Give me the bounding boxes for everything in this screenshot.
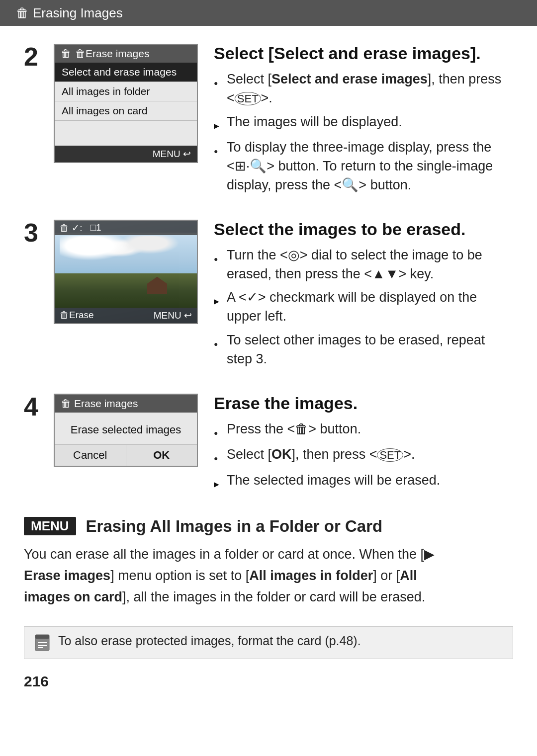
bullet-3-1: Turn the <◎> dial to select the image to… [214,246,513,284]
bullet-2-3: To display the three-image display, pres… [214,138,513,194]
bullet-3-2: A <✓> checkmark will be displayed on the… [214,288,513,326]
menu-item-select-erase[interactable]: Select and erase images [55,63,197,82]
menu-section: MENU Erasing All Images in a Folder or C… [24,517,513,608]
note-box: To also erase protected images, format t… [24,626,513,659]
bullet-4-3: The selected images will be erased. [214,471,513,492]
trash-icon: 🗑 [61,398,71,410]
menu-section-body: You can erase all the images in a folder… [24,544,513,608]
step-4-erase-box: 🗑 Erase images Erase selected images Can… [54,394,198,467]
step-2: 2 🗑 🗑Erase images Select and erase image… [24,44,513,200]
erase-box-buttons: Cancel OK [55,444,197,466]
bullet-icon [214,248,223,267]
step-3-bullets: Turn the <◎> dial to select the image to… [214,246,513,369]
cancel-button[interactable]: Cancel [55,445,126,466]
step-4-content: Erase the images. Press the <🗑> button. … [214,394,513,497]
menu-box-header: 🗑 🗑Erase images [55,45,197,63]
menu-badge: MENU [24,517,76,535]
erase-box-body: Erase selected images [55,413,197,444]
step-2-title: Select [Select and erase images]. [214,44,513,63]
photo-footer-right: MENU ↩ [154,310,192,321]
step-4-number: 4 [24,394,45,420]
photo-footer: 🗑Erase MENU ↩ [55,308,197,323]
bullet-2-2: The images will be displayed. [214,113,513,134]
step-4: 4 🗑 Erase images Erase selected images C… [24,394,513,497]
bullet-icon [214,422,223,441]
step-2-menu: 🗑 🗑Erase images Select and erase images … [54,44,198,163]
step-3-number: 3 [24,220,45,246]
photo-box: 🗑 ✓: □1 🗑Erase MENU ↩ [54,220,198,324]
step-2-number: 2 [24,44,45,70]
bullet-tri-icon [214,290,223,309]
photo-footer-left: 🗑Erase [60,310,94,321]
header-title: Erasing Images [33,5,123,21]
svg-rect-1 [35,635,49,639]
bullet-icon [214,72,223,91]
bullet-2-1: Select [Select and erase images], then p… [214,70,513,108]
photo-ground [55,273,197,308]
ok-button[interactable]: OK [126,445,197,466]
header-bar: 🗑 Erasing Images [0,0,537,26]
bullet-circle-icon [214,140,223,159]
menu-box-footer: MENU ↩ [55,146,197,162]
bullet-circle-icon [214,333,223,352]
bullet-tri-icon [214,473,223,492]
step-3-content: Select the images to be erased. Turn the… [214,220,513,374]
menu-item-all-folder[interactable]: All images in folder [55,82,197,101]
menu-box: 🗑 🗑Erase images Select and erase images … [54,44,198,163]
step-3-photo: 🗑 ✓: □1 🗑Erase MENU ↩ [54,220,198,324]
erase-box-header: 🗑 Erase images [55,395,197,413]
bullet-4-1: Press the <🗑> button. [214,420,513,441]
erase-confirm-box: 🗑 Erase images Erase selected images Can… [54,394,198,467]
header-icon: 🗑 [16,5,29,21]
note-svg [34,634,50,652]
note-text: To also erase protected images, format t… [58,634,361,648]
bullet-4-2: Select [OK], then press <SET>. [214,445,513,466]
step-2-content: Select [Select and erase images]. Select… [214,44,513,200]
menu-item-all-card[interactable]: All images on card [55,101,197,121]
step-2-bullets: Select [Select and erase images], then p… [214,70,513,195]
bullet-3-3: To select other images to be erased, rep… [214,331,513,369]
main-content: 2 🗑 🗑Erase images Select and erase image… [0,26,537,710]
bullet-circle-icon [214,447,223,466]
photo-overlay: 🗑 ✓: □1 [55,221,197,235]
step-3: 3 🗑 ✓: □1 🗑Erase MENU ↩ [24,220,513,374]
menu-section-title: MENU Erasing All Images in a Folder or C… [24,517,513,536]
bullet-tri-icon [214,115,223,134]
note-icon [33,634,51,652]
step-4-bullets: Press the <🗑> button. Select [OK], then … [214,420,513,492]
erase-icon: 🗑 [61,48,71,60]
photo-clouds [60,236,192,265]
step-3-title: Select the images to be erased. [214,220,513,239]
step-4-title: Erase the images. [214,394,513,413]
page-number: 216 [24,673,513,690]
